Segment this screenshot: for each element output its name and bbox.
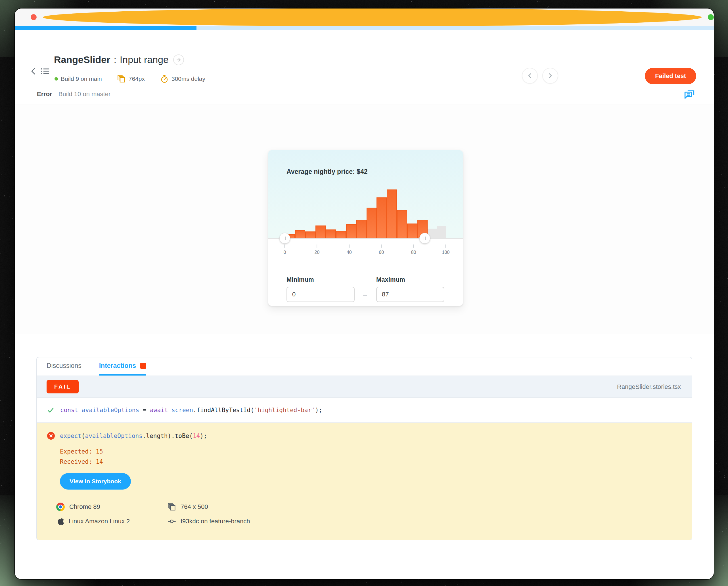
viewport-label: 764 x 500 xyxy=(181,503,208,510)
environment-info: Chrome 89 764 x 500 Linux Amazon Li xyxy=(56,503,681,526)
highlighted-bar xyxy=(387,189,397,238)
range-slider-component: Average nightly price: $42 020406080100 … xyxy=(268,150,463,306)
minimum-input[interactable] xyxy=(286,287,355,302)
viewport-icon xyxy=(117,75,126,83)
list-icon xyxy=(40,66,50,76)
status-label: Error xyxy=(37,90,52,98)
highlighted-bar xyxy=(305,232,316,238)
passed-step-row: const availableOptions = await screen.fi… xyxy=(37,398,692,423)
app-window: RangeSlider : Input range Build 9 on mai… xyxy=(15,8,714,579)
story-header: RangeSlider : Input range Build 9 on mai… xyxy=(15,30,714,84)
commit-icon xyxy=(168,517,176,526)
comparison-bar: Error Build 10 on master xyxy=(15,84,714,104)
tab-discussions[interactable]: Discussions xyxy=(47,357,81,376)
highlighted-bar xyxy=(295,230,305,238)
status-dot-icon xyxy=(54,77,58,81)
os-info: Linux Amazon Linux 2 xyxy=(56,517,168,526)
previous-story-button[interactable] xyxy=(522,68,538,84)
price-histogram xyxy=(285,189,446,238)
axis-tick: 20 xyxy=(314,244,320,255)
open-story-button[interactable] xyxy=(173,54,184,65)
range-separator: – xyxy=(363,291,367,299)
os-label: Linux Amazon Linux 2 xyxy=(69,517,130,525)
test-result-bar: FAIL RangeSlider.stories.tsx xyxy=(37,376,692,398)
failed-step-row: expect(availableOptions.length).toBe(14)… xyxy=(47,432,681,440)
error-icon xyxy=(47,432,55,440)
passed-step-code: const availableOptions = await screen.fi… xyxy=(60,407,322,414)
window-titlebar xyxy=(15,8,714,26)
average-price-title: Average nightly price: $42 xyxy=(286,168,368,176)
back-button[interactable] xyxy=(29,66,37,77)
build-status-label: Build 9 on main xyxy=(61,76,102,82)
story-meta: Build 9 on main 764px 300ms d xyxy=(54,75,205,83)
highlighted-bar xyxy=(407,223,418,238)
expected-value: Expected: 15 xyxy=(60,448,681,455)
slider-track xyxy=(268,238,463,239)
viewport-label: 764px xyxy=(129,76,145,82)
received-value: Received: 14 xyxy=(60,458,681,465)
highlighted-bar xyxy=(316,225,326,238)
failure-details: expect(availableOptions.length).toBe(14)… xyxy=(37,423,692,540)
commit-label: f93kdc on feature-branch xyxy=(181,517,250,525)
check-icon xyxy=(47,406,54,414)
build-status: Build 9 on main xyxy=(54,76,102,82)
loading-progress-bar xyxy=(15,26,714,30)
axis-tick: 80 xyxy=(411,244,416,255)
chevron-left-icon xyxy=(29,66,37,76)
apple-icon xyxy=(56,517,64,526)
browser-info: Chrome 89 xyxy=(56,503,168,511)
chrome-icon xyxy=(56,503,65,511)
comment-icon xyxy=(684,88,695,100)
highlighted-bar xyxy=(346,224,356,238)
highlighted-bar xyxy=(336,231,346,238)
view-in-storybook-button[interactable]: View in Storybook xyxy=(60,473,131,489)
tab-bar: Discussions Interactions xyxy=(37,357,692,376)
maximum-label: Maximum xyxy=(376,276,405,283)
highlighted-bar xyxy=(397,210,407,238)
max-slider-handle[interactable] xyxy=(419,233,430,244)
tab-discussions-label: Discussions xyxy=(47,362,81,370)
page-title: RangeSlider : Input range xyxy=(54,54,184,65)
highlighted-bar xyxy=(376,197,387,238)
story-navigation xyxy=(522,68,558,84)
stopwatch-icon xyxy=(160,75,169,83)
delay-setting: 300ms delay xyxy=(160,75,205,83)
axis-tick: 0 xyxy=(284,244,286,255)
delay-label: 300ms delay xyxy=(172,76,205,82)
failed-step-code: expect(availableOptions.length).toBe(14)… xyxy=(60,432,207,440)
highlighted-bar xyxy=(356,220,367,238)
min-slider-handle[interactable] xyxy=(279,233,290,244)
minimize-window-button[interactable] xyxy=(43,8,702,26)
chevron-right-icon xyxy=(547,73,553,79)
axis-tick: 40 xyxy=(347,244,352,255)
tab-interactions-label: Interactions xyxy=(99,362,136,370)
viewport-info: 764 x 500 xyxy=(168,503,681,511)
story-file-name: RangeSlider.stories.tsx xyxy=(617,383,681,391)
minimum-label: Minimum xyxy=(286,276,314,283)
highlighted-bar xyxy=(326,230,336,238)
axis-tick: 100 xyxy=(442,244,450,255)
failed-test-button[interactable]: Failed test xyxy=(645,68,696,84)
fail-badge: FAIL xyxy=(47,380,79,393)
arrow-right-icon xyxy=(176,57,181,63)
story-preview-area: Average nightly price: $42 020406080100 … xyxy=(15,104,714,334)
next-story-button[interactable] xyxy=(542,68,558,84)
story-list-button[interactable] xyxy=(40,66,50,77)
highlighted-bar xyxy=(367,208,377,238)
component-name: RangeSlider xyxy=(54,54,110,65)
interactions-fail-badge-icon xyxy=(140,363,146,369)
title-separator: : xyxy=(114,54,116,65)
details-panel: Discussions Interactions FAIL RangeSlide… xyxy=(36,357,692,540)
comments-button[interactable] xyxy=(684,88,695,100)
close-window-button[interactable] xyxy=(31,14,36,20)
viewport-size: 764px xyxy=(117,75,145,83)
chevron-left-icon xyxy=(527,73,533,79)
zoom-window-button[interactable] xyxy=(708,14,714,20)
axis-tick: 60 xyxy=(379,244,384,255)
viewport-icon xyxy=(168,503,176,511)
story-name: Input range xyxy=(120,54,169,65)
progress-fill xyxy=(15,26,197,30)
maximum-input[interactable] xyxy=(376,287,444,302)
build-label: Build 10 on master xyxy=(58,90,110,98)
tab-interactions[interactable]: Interactions xyxy=(99,357,146,376)
